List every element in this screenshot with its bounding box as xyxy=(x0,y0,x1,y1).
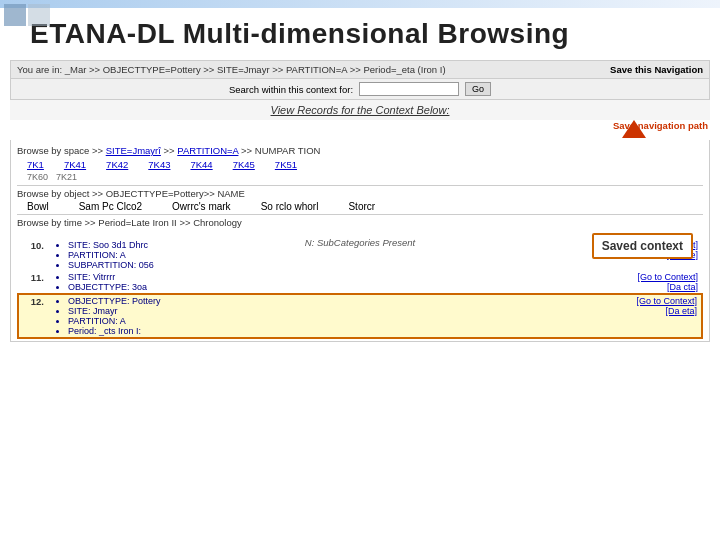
browse-space-items: 7K1 7K41 7K42 7K43 7K44 7K45 7K51 xyxy=(17,158,703,171)
logo-area xyxy=(0,0,54,30)
save-navigation-button[interactable]: Save this Navigation xyxy=(610,64,703,75)
context-detail-item: OBJECTTYPE: 3oa xyxy=(68,282,420,292)
context-detail-item: PARTITION: A xyxy=(68,316,420,326)
logo-square-1 xyxy=(4,4,26,26)
context-detail-item: OBJECTTYPE: Pottery xyxy=(68,296,420,306)
search-go-button[interactable]: Go xyxy=(465,82,491,96)
context-detail-item: SITE: Vitrrrr xyxy=(68,272,420,282)
browse-object-type-link[interactable]: OBJECTTYPE=Pottery xyxy=(106,188,204,199)
search-input[interactable] xyxy=(359,82,459,96)
browse-time-period-link[interactable]: Period=Late Iron II xyxy=(98,217,176,228)
browse-space-numpartition: NUMPAR TION xyxy=(255,145,321,156)
no-subcategories-text: N: SubCategories Present xyxy=(305,234,415,251)
browse-obj-sampc[interactable]: Sam Pc Clco2 xyxy=(79,201,142,212)
saved-context-area: N: SubCategories Present Saved context xyxy=(17,230,703,236)
browse-space-item-7k1[interactable]: 7K1 xyxy=(27,159,44,170)
view-records-title: View Records for the Context Below: xyxy=(10,100,710,120)
context-detail-item: SITE: Jmayr xyxy=(68,306,420,316)
context-detail-item: SUBPARTITION: 056 xyxy=(68,260,420,270)
context-row-details: OBJECTTYPE: Pottery SITE: Jmayr PARTITIO… xyxy=(48,294,424,338)
save-nav-label: Save navigation path xyxy=(613,120,708,131)
context-row-links: [Go to Context] [Da eta] xyxy=(424,294,702,338)
search-label: Search within this context for: xyxy=(229,84,353,95)
browse-space-item-7k41[interactable]: 7K41 xyxy=(64,159,86,170)
saved-context-badge: Saved context xyxy=(592,233,693,259)
table-row: 11. SITE: Vitrrrr OBJECTTYPE: 3oa [Go to… xyxy=(18,271,702,294)
page-title: ETANA-DL Multi-dimensional Browsing xyxy=(30,18,690,50)
browse-space-item-7k51[interactable]: 7K51 xyxy=(275,159,297,170)
browse-obj-bowl[interactable]: Bowl xyxy=(27,201,49,212)
browse-space-sub-items: 7K60 7K21 xyxy=(17,171,703,183)
delete-context-link[interactable]: [Da cta] xyxy=(428,282,698,292)
browse-space-item-7k45[interactable]: 7K45 xyxy=(233,159,255,170)
context-row-links: [Go to Context] [Da cta] xyxy=(424,271,702,294)
context-row-num: 11. xyxy=(18,271,48,294)
browse-time-chronology-link[interactable]: Chronology xyxy=(193,217,242,228)
go-to-context-link[interactable]: [Go to Context] xyxy=(428,272,698,282)
breadcrumb-bar: You are in: _Mar >> OBJECTTYPE=Pottery >… xyxy=(10,60,710,79)
browse-space-item-7k43[interactable]: 7K43 xyxy=(148,159,170,170)
context-row-num: 10. xyxy=(18,239,48,271)
go-to-context-link[interactable]: [Go to Context] xyxy=(428,296,697,306)
delete-context-link[interactable]: [Da eta] xyxy=(428,306,697,316)
browse-space-header: Browse by space >> SITE=Jmayrî >> PARTIT… xyxy=(17,145,703,156)
browse-space-partition-link[interactable]: PARTITION=A xyxy=(177,145,238,156)
browse-object-header: Browse by object >> OBJECTTYPE=Pottery>>… xyxy=(17,188,703,199)
browse-space-item-7k44[interactable]: 7K44 xyxy=(190,159,212,170)
context-detail-item: PARTITION: A xyxy=(68,250,420,260)
browse-space-item-7k42[interactable]: 7K42 xyxy=(106,159,128,170)
logo-square-2 xyxy=(28,4,50,26)
save-nav-arrow-area: Save navigation path xyxy=(10,120,710,140)
browse-object-items: Bowl Sam Pc Clco2 Owrrc's mark So rclo w… xyxy=(17,201,703,212)
search-bar: Search within this context for: Go xyxy=(10,79,710,100)
divider-1 xyxy=(17,185,703,186)
browse-section: Browse by space >> SITE=Jmayrî >> PARTIT… xyxy=(10,140,710,342)
context-row-num: 12. xyxy=(18,294,48,338)
table-row: 12. OBJECTTYPE: Pottery SITE: Jmayr PART… xyxy=(18,294,702,338)
divider-2 xyxy=(17,214,703,215)
breadcrumb-text: You are in: _Mar >> OBJECTTYPE=Pottery >… xyxy=(17,64,446,75)
browse-space-sub-7k21[interactable]: 7K21 xyxy=(56,172,77,182)
browse-time-header: Browse by time >> Period=Late Iron II >>… xyxy=(17,217,703,228)
browse-obj-sorclo[interactable]: So rclo whorl xyxy=(261,201,319,212)
content-area: You are in: _Mar >> OBJECTTYPE=Pottery >… xyxy=(0,60,720,342)
browse-space-sub-7k60[interactable]: 7K60 xyxy=(27,172,48,182)
browse-obj-owrrc[interactable]: Owrrc's mark xyxy=(172,201,231,212)
context-row-details: SITE: Vitrrrr OBJECTTYPE: 3oa xyxy=(48,271,424,294)
page-header: ETANA-DL Multi-dimensional Browsing xyxy=(0,0,720,60)
context-detail-item: Period: _cts Iron I: xyxy=(68,326,420,336)
browse-obj-storcr[interactable]: Storcr xyxy=(348,201,375,212)
browse-space-site-link[interactable]: SITE=Jmayrî xyxy=(106,145,161,156)
